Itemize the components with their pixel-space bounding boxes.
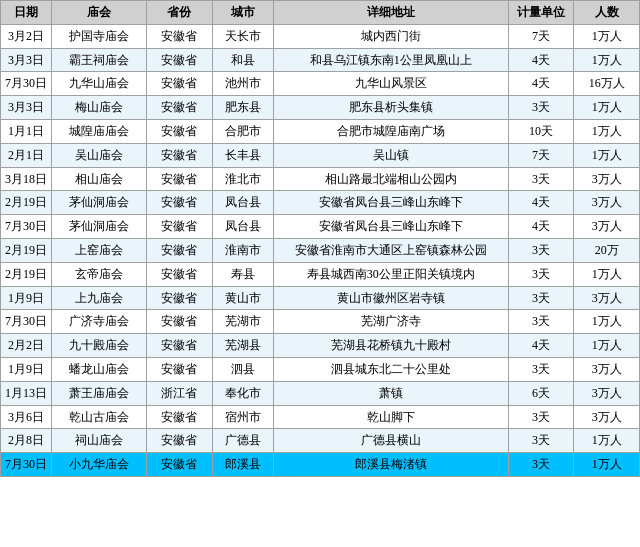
cell-province: 安徽省 xyxy=(146,405,212,429)
cell-city: 池州市 xyxy=(212,72,273,96)
cell-temple: 九华山庙会 xyxy=(51,72,146,96)
cell-unit: 3天 xyxy=(508,429,574,453)
cell-province: 安徽省 xyxy=(146,286,212,310)
table-row: 3月2日护国寺庙会安徽省天长市城内西门街7天1万人 xyxy=(1,24,640,48)
cell-address: 肥东县析头集镇 xyxy=(273,96,508,120)
cell-date: 2月19日 xyxy=(1,262,52,286)
cell-date: 2月19日 xyxy=(1,191,52,215)
cell-temple: 上九庙会 xyxy=(51,286,146,310)
cell-people: 1万人 xyxy=(574,429,640,453)
cell-temple: 吴山庙会 xyxy=(51,143,146,167)
header-address: 详细地址 xyxy=(273,1,508,25)
cell-city: 天长市 xyxy=(212,24,273,48)
cell-unit: 4天 xyxy=(508,48,574,72)
cell-people: 1万人 xyxy=(574,334,640,358)
cell-address: 合肥市城隍庙南广场 xyxy=(273,119,508,143)
table-row: 2月19日上窑庙会安徽省淮南市安徽省淮南市大通区上窑镇森林公园3天20万 xyxy=(1,238,640,262)
table-row: 3月6日乾山古庙会安徽省宿州市乾山脚下3天3万人 xyxy=(1,405,640,429)
cell-temple: 小九华庙会 xyxy=(51,453,146,477)
cell-province: 安徽省 xyxy=(146,167,212,191)
cell-date: 2月19日 xyxy=(1,238,52,262)
cell-city: 奉化市 xyxy=(212,381,273,405)
cell-unit: 3天 xyxy=(508,238,574,262)
cell-people: 3万人 xyxy=(574,286,640,310)
cell-city: 凤台县 xyxy=(212,215,273,239)
cell-address: 广德县横山 xyxy=(273,429,508,453)
cell-people: 3万人 xyxy=(574,215,640,239)
cell-unit: 6天 xyxy=(508,381,574,405)
cell-province: 安徽省 xyxy=(146,334,212,358)
cell-temple: 乾山古庙会 xyxy=(51,405,146,429)
cell-date: 3月2日 xyxy=(1,24,52,48)
cell-people: 3万人 xyxy=(574,167,640,191)
table-row: 3月18日相山庙会安徽省淮北市相山路最北端相山公园内3天3万人 xyxy=(1,167,640,191)
cell-city: 和县 xyxy=(212,48,273,72)
table-row: 2月8日祠山庙会安徽省广德县广德县横山3天1万人 xyxy=(1,429,640,453)
table-row: 2月19日茅仙洞庙会安徽省凤台县安徽省凤台县三峰山东峰下4天3万人 xyxy=(1,191,640,215)
cell-temple: 上窑庙会 xyxy=(51,238,146,262)
table-row: 2月19日玄帝庙会安徽省寿县寿县城西南30公里正阳关镇境内3天1万人 xyxy=(1,262,640,286)
cell-unit: 10天 xyxy=(508,119,574,143)
main-table: 日期 庙会 省份 城市 详细地址 计量单位 人数 3月2日护国寺庙会安徽省天长市… xyxy=(0,0,640,477)
cell-address: 寿县城西南30公里正阳关镇境内 xyxy=(273,262,508,286)
cell-city: 淮南市 xyxy=(212,238,273,262)
cell-address: 郎溪县梅渚镇 xyxy=(273,453,508,477)
cell-address: 吴山镇 xyxy=(273,143,508,167)
table-row: 3月3日霸王祠庙会安徽省和县和县乌江镇东南1公里凤凰山上4天1万人 xyxy=(1,48,640,72)
cell-province: 安徽省 xyxy=(146,96,212,120)
cell-city: 寿县 xyxy=(212,262,273,286)
cell-date: 1月1日 xyxy=(1,119,52,143)
cell-temple: 广济寺庙会 xyxy=(51,310,146,334)
header-date: 日期 xyxy=(1,1,52,25)
cell-province: 安徽省 xyxy=(146,72,212,96)
cell-people: 16万人 xyxy=(574,72,640,96)
header-province: 省份 xyxy=(146,1,212,25)
cell-city: 合肥市 xyxy=(212,119,273,143)
cell-address: 城内西门街 xyxy=(273,24,508,48)
cell-unit: 4天 xyxy=(508,191,574,215)
cell-temple: 城隍庙庙会 xyxy=(51,119,146,143)
cell-province: 安徽省 xyxy=(146,453,212,477)
cell-unit: 3天 xyxy=(508,96,574,120)
header-row: 日期 庙会 省份 城市 详细地址 计量单位 人数 xyxy=(1,1,640,25)
cell-unit: 3天 xyxy=(508,357,574,381)
cell-people: 1万人 xyxy=(574,310,640,334)
cell-people: 1万人 xyxy=(574,453,640,477)
cell-people: 3万人 xyxy=(574,191,640,215)
cell-city: 芜湖县 xyxy=(212,334,273,358)
cell-date: 7月30日 xyxy=(1,310,52,334)
cell-temple: 梅山庙会 xyxy=(51,96,146,120)
cell-province: 安徽省 xyxy=(146,24,212,48)
cell-address: 泗县城东北二十公里处 xyxy=(273,357,508,381)
cell-address: 乾山脚下 xyxy=(273,405,508,429)
cell-address: 九华山风景区 xyxy=(273,72,508,96)
header-people: 人数 xyxy=(574,1,640,25)
table-row: 7月30日广济寺庙会安徽省芜湖市芜湖广济寺3天1万人 xyxy=(1,310,640,334)
cell-date: 3月6日 xyxy=(1,405,52,429)
cell-temple: 茅仙洞庙会 xyxy=(51,215,146,239)
table-row: 7月30日茅仙洞庙会安徽省凤台县安徽省凤台县三峰山东峰下4天3万人 xyxy=(1,215,640,239)
table-row: 1月9日上九庙会安徽省黄山市黄山市徽州区岩寺镇3天3万人 xyxy=(1,286,640,310)
cell-date: 3月3日 xyxy=(1,96,52,120)
cell-city: 广德县 xyxy=(212,429,273,453)
cell-province: 安徽省 xyxy=(146,48,212,72)
cell-city: 长丰县 xyxy=(212,143,273,167)
cell-date: 7月30日 xyxy=(1,453,52,477)
header-temple: 庙会 xyxy=(51,1,146,25)
cell-date: 3月18日 xyxy=(1,167,52,191)
table-row: 7月30日小九华庙会安徽省郎溪县郎溪县梅渚镇3天1万人 xyxy=(1,453,640,477)
cell-people: 20万 xyxy=(574,238,640,262)
cell-temple: 玄帝庙会 xyxy=(51,262,146,286)
cell-unit: 3天 xyxy=(508,262,574,286)
cell-temple: 萧王庙庙会 xyxy=(51,381,146,405)
cell-address: 安徽省淮南市大通区上窑镇森林公园 xyxy=(273,238,508,262)
cell-date: 7月30日 xyxy=(1,215,52,239)
table-row: 3月3日梅山庙会安徽省肥东县肥东县析头集镇3天1万人 xyxy=(1,96,640,120)
table-row: 2月1日吴山庙会安徽省长丰县吴山镇7天1万人 xyxy=(1,143,640,167)
cell-temple: 霸王祠庙会 xyxy=(51,48,146,72)
cell-people: 1万人 xyxy=(574,96,640,120)
cell-city: 肥东县 xyxy=(212,96,273,120)
cell-date: 1月13日 xyxy=(1,381,52,405)
table-row: 7月30日九华山庙会安徽省池州市九华山风景区4天16万人 xyxy=(1,72,640,96)
cell-people: 1万人 xyxy=(574,48,640,72)
